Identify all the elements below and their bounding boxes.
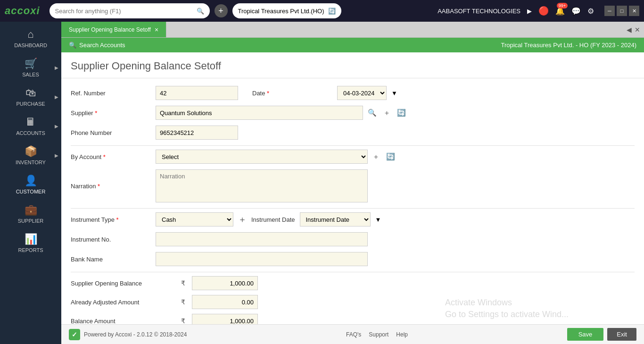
support-link[interactable]: Support bbox=[369, 331, 388, 338]
save-button[interactable]: Save bbox=[567, 328, 604, 341]
bank-name-input[interactable] bbox=[156, 252, 368, 266]
balance-amount-input[interactable] bbox=[192, 314, 258, 324]
supplier-search-icon[interactable]: 🔍 bbox=[366, 108, 379, 118]
narration-textarea[interactable] bbox=[156, 169, 368, 202]
chevron-right-icon-inventory: ▶ bbox=[55, 153, 58, 158]
date-label: Date * bbox=[252, 90, 332, 97]
settings-icon[interactable]: ⚙ bbox=[587, 7, 594, 16]
supplier-input-group: 🔍 ＋ 🔄 bbox=[156, 106, 408, 120]
by-account-label: By Account * bbox=[71, 153, 151, 160]
faqs-link[interactable]: FAQ's bbox=[346, 331, 361, 338]
window-controls: ─ □ ✕ bbox=[604, 6, 639, 16]
sidebar-label-accounts: ACCOUNTS bbox=[16, 130, 45, 136]
narration-label: Narration * bbox=[71, 183, 151, 190]
notifications-icon[interactable]: 🔔 99+ bbox=[555, 7, 565, 16]
chevron-right-icon-purchase: ▶ bbox=[55, 94, 58, 100]
footer: ✓ Powered by Accoxi - 2.0.12 © 2018-2024… bbox=[61, 324, 644, 344]
by-account-refresh-icon[interactable]: 🔄 bbox=[384, 151, 397, 162]
phone-row: Phone Number bbox=[71, 126, 635, 140]
instrument-date-dropdown-icon: ▼ bbox=[375, 216, 381, 223]
divider-2 bbox=[71, 208, 635, 209]
sidebar-item-supplier[interactable]: 💼 SUPPLIER bbox=[0, 199, 61, 228]
tab-supplier-opening-balance-setoff[interactable]: Supplier Opening Balance Setoff × bbox=[61, 22, 166, 37]
sidebar-item-customer[interactable]: 👤 CUSTOMER bbox=[0, 170, 61, 199]
supplier-icon: 💼 bbox=[25, 204, 37, 216]
content-area: 🔍 Search Accounts Tropical Treasures Pvt… bbox=[61, 38, 644, 344]
minimize-button[interactable]: ─ bbox=[604, 6, 615, 16]
form-body: Ref. Number Date * 04-03-2024 ▼ bbox=[61, 78, 644, 324]
user-avatar: 🔴 bbox=[538, 6, 549, 16]
exit-button[interactable]: Exit bbox=[607, 328, 636, 341]
balance-amount-label: Balance Amount bbox=[71, 318, 174, 325]
tab-arrow-left-icon[interactable]: ◀ bbox=[627, 26, 632, 34]
bank-name-label: Bank Name bbox=[71, 256, 151, 263]
search-icon[interactable]: 🔍 bbox=[197, 8, 204, 15]
supplier-opening-balance-label: Supplier Opening Balance bbox=[71, 280, 174, 287]
search-input[interactable] bbox=[55, 8, 193, 15]
currency-symbol-3: ₹ bbox=[179, 317, 187, 324]
footer-left: ✓ Powered by Accoxi - 2.0.12 © 2018-2024 bbox=[69, 329, 187, 340]
supplier-refresh-icon[interactable]: 🔄 bbox=[395, 108, 408, 118]
phone-input[interactable] bbox=[156, 126, 238, 140]
supplier-input[interactable] bbox=[156, 106, 363, 120]
sidebar-item-purchase[interactable]: 🛍 PURCHASE ▶ bbox=[0, 82, 61, 111]
date-dropdown-icon: ▼ bbox=[391, 90, 397, 97]
sidebar-label-sales: SALES bbox=[22, 72, 39, 77]
divider-3 bbox=[71, 272, 635, 272]
instrument-no-input[interactable] bbox=[156, 232, 368, 246]
company-selector[interactable]: Tropical Treasures Pvt Ltd.(HO) 🔄 bbox=[232, 3, 341, 18]
tab-bar: Supplier Opening Balance Setoff × ◀ ✕ bbox=[61, 22, 644, 38]
sidebar-label-supplier: SUPPLIER bbox=[18, 218, 43, 224]
instrument-plus-icon[interactable]: ＋ bbox=[238, 214, 247, 225]
window-area: Supplier Opening Balance Setoff × ◀ ✕ 🔍 … bbox=[61, 22, 644, 344]
already-adjusted-input[interactable] bbox=[192, 295, 258, 309]
supplier-add-icon[interactable]: ＋ bbox=[381, 108, 392, 118]
supplier-opening-balance-input[interactable] bbox=[192, 276, 258, 290]
ref-number-input[interactable] bbox=[156, 86, 238, 100]
reports-icon: 📊 bbox=[25, 233, 37, 245]
instrument-type-select[interactable]: Cash bbox=[156, 212, 233, 227]
inventory-icon: 📦 bbox=[25, 145, 37, 158]
add-button[interactable]: + bbox=[215, 4, 228, 17]
close-button[interactable]: ✕ bbox=[629, 6, 639, 16]
sidebar-item-accounts[interactable]: 🖩 ACCOUNTS ▶ bbox=[0, 111, 61, 141]
sidebar-item-sales[interactable]: 🛒 SALES ▶ bbox=[0, 53, 61, 82]
topbar: accoxi 🔍 + Tropical Treasures Pvt Ltd.(H… bbox=[0, 0, 644, 22]
app-logo: accoxi bbox=[5, 5, 40, 17]
phone-label: Phone Number bbox=[71, 129, 151, 136]
instrument-no-label: Instrument No. bbox=[71, 236, 151, 243]
search-accounts-btn[interactable]: 🔍 Search Accounts bbox=[69, 42, 125, 49]
supplier-label: Supplier * bbox=[71, 109, 151, 117]
date-select[interactable]: 04-03-2024 bbox=[337, 86, 387, 100]
tab-actions: ◀ ✕ bbox=[627, 26, 644, 34]
powered-by-text: Powered by Accoxi - 2.0.12 © 2018-2024 bbox=[84, 331, 187, 338]
balance-amount-row: Balance Amount ₹ bbox=[71, 314, 635, 324]
sidebar: ⌂ DASHBOARD 🛒 SALES ▶ 🛍 PURCHASE ▶ 🖩 ACC… bbox=[0, 22, 61, 344]
sidebar-label-purchase: PURCHASE bbox=[16, 101, 45, 107]
maximize-button[interactable]: □ bbox=[617, 6, 627, 16]
refresh-icon[interactable]: 🔄 bbox=[328, 8, 336, 15]
notifications-badge: 99+ bbox=[557, 3, 568, 8]
company-name: Tropical Treasures Pvt Ltd.(HO) bbox=[238, 8, 324, 15]
messages-icon[interactable]: 💬 bbox=[571, 7, 581, 16]
chevron-right-icon-accounts: ▶ bbox=[55, 124, 58, 129]
tab-close-icon[interactable]: × bbox=[155, 26, 158, 34]
divider-1 bbox=[71, 145, 635, 146]
instrument-date-select[interactable]: Instrument Date bbox=[300, 212, 371, 227]
by-account-select-group: Select ＋ 🔄 bbox=[156, 150, 397, 164]
tab-arrow-right-icon[interactable]: ✕ bbox=[635, 26, 640, 34]
sidebar-item-dashboard[interactable]: ⌂ DASHBOARD bbox=[0, 24, 61, 53]
sidebar-label-customer: CUSTOMER bbox=[16, 189, 46, 194]
chevron-right-icon: ▶ bbox=[55, 65, 58, 70]
already-adjusted-row: Already Adjusted Amount ₹ bbox=[71, 295, 635, 309]
by-account-select[interactable]: Select bbox=[156, 150, 368, 164]
customer-icon: 👤 bbox=[25, 175, 37, 187]
sidebar-item-inventory[interactable]: 📦 INVENTORY ▶ bbox=[0, 141, 61, 170]
by-account-add-icon[interactable]: ＋ bbox=[371, 151, 381, 162]
help-link[interactable]: Help bbox=[396, 331, 408, 338]
instrument-type-row: Instrument Type * Cash ＋ Instrument Date… bbox=[71, 212, 635, 227]
sidebar-item-reports[interactable]: 📊 REPORTS bbox=[0, 228, 61, 258]
search-bar[interactable]: 🔍 bbox=[50, 3, 210, 18]
sidebar-label-dashboard: DASHBOARD bbox=[14, 42, 47, 48]
user-icon: ▶ bbox=[527, 8, 532, 15]
